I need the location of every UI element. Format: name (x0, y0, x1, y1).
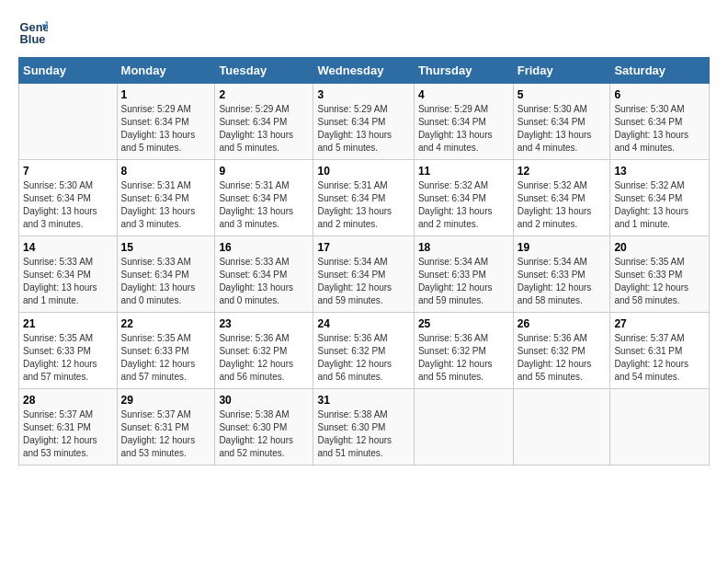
calendar-cell: 3Sunrise: 5:29 AM Sunset: 6:34 PM Daylig… (313, 84, 414, 160)
calendar-cell: 6Sunrise: 5:30 AM Sunset: 6:34 PM Daylig… (610, 84, 710, 160)
calendar-cell: 14Sunrise: 5:33 AM Sunset: 6:34 PM Dayli… (19, 236, 118, 313)
day-info: Sunrise: 5:33 AM Sunset: 6:34 PM Dayligh… (121, 256, 211, 307)
day-number: 7 (23, 165, 113, 178)
calendar-cell: 12Sunrise: 5:32 AM Sunset: 6:34 PM Dayli… (513, 160, 610, 236)
day-number: 25 (418, 317, 509, 330)
day-number: 17 (317, 241, 409, 254)
day-info: Sunrise: 5:31 AM Sunset: 6:34 PM Dayligh… (121, 179, 211, 231)
day-number: 1 (121, 88, 211, 101)
day-info: Sunrise: 5:36 AM Sunset: 6:32 PM Dayligh… (317, 332, 409, 384)
day-info: Sunrise: 5:30 AM Sunset: 6:34 PM Dayligh… (518, 103, 607, 155)
day-number: 30 (219, 394, 309, 407)
day-info: Sunrise: 5:33 AM Sunset: 6:34 PM Dayligh… (219, 256, 309, 307)
header-wednesday: Wednesday (313, 58, 414, 84)
calendar-cell: 22Sunrise: 5:35 AM Sunset: 6:33 PM Dayli… (117, 313, 215, 389)
header-tuesday: Tuesday (215, 58, 313, 84)
day-number: 18 (418, 241, 509, 254)
day-number: 14 (23, 241, 113, 254)
calendar-cell: 30Sunrise: 5:38 AM Sunset: 6:30 PM Dayli… (215, 389, 313, 465)
day-info: Sunrise: 5:29 AM Sunset: 6:34 PM Dayligh… (219, 103, 309, 155)
day-number: 4 (418, 88, 509, 101)
header-sunday: Sunday (19, 58, 118, 84)
day-number: 19 (518, 241, 607, 254)
day-number: 13 (614, 165, 705, 178)
calendar-cell: 10Sunrise: 5:31 AM Sunset: 6:34 PM Dayli… (313, 160, 414, 236)
calendar-week-row: 21Sunrise: 5:35 AM Sunset: 6:33 PM Dayli… (19, 313, 710, 389)
day-info: Sunrise: 5:29 AM Sunset: 6:34 PM Dayligh… (418, 103, 509, 155)
day-number: 29 (121, 394, 211, 407)
calendar-cell: 11Sunrise: 5:32 AM Sunset: 6:34 PM Dayli… (414, 160, 513, 236)
calendar-header-row: SundayMondayTuesdayWednesdayThursdayFrid… (19, 58, 710, 84)
calendar-cell: 23Sunrise: 5:36 AM Sunset: 6:32 PM Dayli… (215, 313, 313, 389)
day-number: 28 (23, 394, 113, 407)
calendar-cell: 21Sunrise: 5:35 AM Sunset: 6:33 PM Dayli… (19, 313, 118, 389)
calendar-cell: 20Sunrise: 5:35 AM Sunset: 6:33 PM Dayli… (610, 236, 710, 313)
calendar-cell: 28Sunrise: 5:37 AM Sunset: 6:31 PM Dayli… (19, 389, 118, 465)
day-info: Sunrise: 5:37 AM Sunset: 6:31 PM Dayligh… (23, 408, 113, 460)
day-info: Sunrise: 5:30 AM Sunset: 6:34 PM Dayligh… (23, 179, 113, 231)
header-saturday: Saturday (610, 58, 710, 84)
day-info: Sunrise: 5:31 AM Sunset: 6:34 PM Dayligh… (317, 179, 409, 231)
day-number: 10 (317, 165, 409, 178)
day-info: Sunrise: 5:36 AM Sunset: 6:32 PM Dayligh… (219, 332, 309, 384)
page-header: General Blue (18, 18, 710, 48)
calendar-week-row: 7Sunrise: 5:30 AM Sunset: 6:34 PM Daylig… (19, 160, 710, 236)
calendar-cell: 5Sunrise: 5:30 AM Sunset: 6:34 PM Daylig… (513, 84, 610, 160)
day-info: Sunrise: 5:36 AM Sunset: 6:32 PM Dayligh… (518, 332, 607, 384)
calendar-cell: 16Sunrise: 5:33 AM Sunset: 6:34 PM Dayli… (215, 236, 313, 313)
calendar-cell: 2Sunrise: 5:29 AM Sunset: 6:34 PM Daylig… (215, 84, 313, 160)
day-info: Sunrise: 5:37 AM Sunset: 6:31 PM Dayligh… (614, 332, 705, 384)
calendar-cell: 1Sunrise: 5:29 AM Sunset: 6:34 PM Daylig… (117, 84, 215, 160)
day-info: Sunrise: 5:32 AM Sunset: 6:34 PM Dayligh… (418, 179, 509, 231)
day-info: Sunrise: 5:34 AM Sunset: 6:34 PM Dayligh… (317, 256, 409, 307)
day-info: Sunrise: 5:35 AM Sunset: 6:33 PM Dayligh… (614, 256, 705, 307)
day-number: 21 (23, 317, 113, 330)
day-number: 8 (121, 165, 211, 178)
day-info: Sunrise: 5:36 AM Sunset: 6:32 PM Dayligh… (418, 332, 509, 384)
calendar-cell: 9Sunrise: 5:31 AM Sunset: 6:34 PM Daylig… (215, 160, 313, 236)
calendar-cell: 15Sunrise: 5:33 AM Sunset: 6:34 PM Dayli… (117, 236, 215, 313)
calendar-cell: 17Sunrise: 5:34 AM Sunset: 6:34 PM Dayli… (313, 236, 414, 313)
calendar-cell: 19Sunrise: 5:34 AM Sunset: 6:33 PM Dayli… (513, 236, 610, 313)
day-number: 2 (219, 88, 309, 101)
day-number: 23 (219, 317, 309, 330)
calendar-cell (610, 389, 710, 465)
logo: General Blue (18, 18, 51, 48)
day-number: 27 (614, 317, 705, 330)
day-number: 11 (418, 165, 509, 178)
calendar-week-row: 28Sunrise: 5:37 AM Sunset: 6:31 PM Dayli… (19, 389, 710, 465)
day-info: Sunrise: 5:29 AM Sunset: 6:34 PM Dayligh… (121, 103, 211, 155)
day-number: 26 (518, 317, 607, 330)
day-info: Sunrise: 5:35 AM Sunset: 6:33 PM Dayligh… (121, 332, 211, 384)
day-info: Sunrise: 5:32 AM Sunset: 6:34 PM Dayligh… (518, 179, 607, 231)
day-info: Sunrise: 5:38 AM Sunset: 6:30 PM Dayligh… (219, 408, 309, 460)
day-info: Sunrise: 5:32 AM Sunset: 6:34 PM Dayligh… (614, 179, 705, 231)
calendar-cell: 29Sunrise: 5:37 AM Sunset: 6:31 PM Dayli… (117, 389, 215, 465)
day-info: Sunrise: 5:30 AM Sunset: 6:34 PM Dayligh… (614, 103, 705, 155)
day-info: Sunrise: 5:34 AM Sunset: 6:33 PM Dayligh… (418, 256, 509, 307)
calendar-cell: 26Sunrise: 5:36 AM Sunset: 6:32 PM Dayli… (513, 313, 610, 389)
calendar-table: SundayMondayTuesdayWednesdayThursdayFrid… (18, 57, 710, 465)
calendar-cell: 4Sunrise: 5:29 AM Sunset: 6:34 PM Daylig… (414, 84, 513, 160)
day-info: Sunrise: 5:31 AM Sunset: 6:34 PM Dayligh… (219, 179, 309, 231)
header-monday: Monday (117, 58, 215, 84)
header-thursday: Thursday (414, 58, 513, 84)
day-number: 5 (518, 88, 607, 101)
calendar-cell: 24Sunrise: 5:36 AM Sunset: 6:32 PM Dayli… (313, 313, 414, 389)
calendar-week-row: 14Sunrise: 5:33 AM Sunset: 6:34 PM Dayli… (19, 236, 710, 313)
calendar-cell: 13Sunrise: 5:32 AM Sunset: 6:34 PM Dayli… (610, 160, 710, 236)
day-number: 31 (317, 394, 409, 407)
calendar-cell: 25Sunrise: 5:36 AM Sunset: 6:32 PM Dayli… (414, 313, 513, 389)
header-friday: Friday (513, 58, 610, 84)
calendar-cell: 31Sunrise: 5:38 AM Sunset: 6:30 PM Dayli… (313, 389, 414, 465)
day-number: 24 (317, 317, 409, 330)
day-number: 15 (121, 241, 211, 254)
day-info: Sunrise: 5:34 AM Sunset: 6:33 PM Dayligh… (518, 256, 607, 307)
day-number: 3 (317, 88, 409, 101)
day-number: 22 (121, 317, 211, 330)
calendar-cell (513, 389, 610, 465)
calendar-cell: 7Sunrise: 5:30 AM Sunset: 6:34 PM Daylig… (19, 160, 118, 236)
calendar-cell: 27Sunrise: 5:37 AM Sunset: 6:31 PM Dayli… (610, 313, 710, 389)
calendar-cell: 18Sunrise: 5:34 AM Sunset: 6:33 PM Dayli… (414, 236, 513, 313)
day-info: Sunrise: 5:33 AM Sunset: 6:34 PM Dayligh… (23, 256, 113, 307)
